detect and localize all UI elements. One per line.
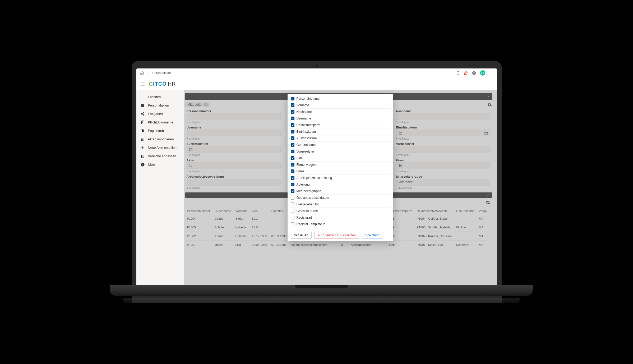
modal-option[interactable]: Vorgesetzter	[290, 148, 391, 155]
svg-rect-37	[142, 140, 143, 141]
modal-option[interactable]: Registerart	[290, 214, 391, 221]
checkbox-icon[interactable]	[291, 97, 294, 100]
apps-icon[interactable]	[455, 70, 460, 76]
svg-rect-38	[144, 140, 144, 141]
modal-option-label: Eintrittsdatum	[297, 130, 316, 133]
modal-option-label: Firma	[297, 169, 305, 173]
sidebar-item-freigaben[interactable]: Freigaben	[136, 110, 184, 118]
modal-option[interactable]: Rechtstreitsperre	[290, 122, 391, 128]
checkbox-icon[interactable]	[291, 117, 294, 120]
modal-option[interactable]: Mitarbeitergruppe	[290, 188, 391, 195]
svg-rect-46	[141, 157, 142, 158]
svg-point-4	[457, 73, 458, 73]
svg-rect-30	[141, 138, 142, 139]
sidebar-item-label: Akten importieren	[148, 137, 174, 141]
modal-option-label: Arbeitsplatzbeschreibung	[297, 176, 332, 180]
modal-option[interactable]: Firmenwagen	[290, 162, 391, 168]
checkbox-icon[interactable]	[291, 169, 294, 173]
svg-rect-45	[141, 156, 142, 156]
checkbox-icon[interactable]	[291, 189, 294, 193]
modal-option-label: Geburtsname	[297, 143, 316, 147]
checkbox-icon[interactable]	[291, 150, 294, 153]
checkbox-icon[interactable]	[291, 156, 294, 160]
checkbox-icon[interactable]	[291, 202, 294, 206]
svg-point-2	[458, 71, 459, 72]
sidebar-item-neue-akte[interactable]: Neue Akte erstellen	[136, 144, 184, 152]
help-icon[interactable]: ?	[472, 70, 477, 76]
checkbox-icon[interactable]	[291, 143, 294, 147]
checkbox-icon[interactable]	[291, 123, 294, 127]
modal-option[interactable]: Aktiv	[290, 155, 391, 162]
checkbox-icon[interactable]	[291, 163, 294, 167]
svg-rect-32	[144, 138, 144, 139]
checkbox-icon[interactable]	[291, 176, 294, 180]
kebab-icon[interactable]	[488, 70, 494, 76]
svg-point-6	[456, 74, 456, 75]
svg-text:?: ?	[473, 72, 475, 75]
modal-option-label: Username	[297, 117, 311, 120]
modal-option-label: Abteilung	[297, 183, 310, 186]
modal-option[interactable]: Register Template Id	[290, 221, 391, 227]
breadcrumb[interactable]: Personalakte	[153, 71, 171, 75]
checkbox-icon[interactable]	[291, 130, 294, 133]
sidebar-item-label: Bereiche anpassen	[148, 154, 176, 158]
checkbox-icon[interactable]	[291, 136, 294, 140]
avatar[interactable]: DS	[480, 70, 485, 76]
modal-option-label: Freigegeben für	[297, 202, 319, 206]
checkbox-icon[interactable]	[291, 222, 294, 226]
modal-option[interactable]: Geplantes Löschdatum	[290, 195, 391, 201]
svg-rect-35	[144, 139, 144, 140]
close-button[interactable]: Schließen	[291, 232, 312, 239]
modal-option[interactable]: Austrittsdatum	[290, 135, 391, 142]
column-picker-modal: PersonalnummerVornameNachnameUsernameRec…	[288, 94, 393, 241]
checkbox-icon[interactable]	[291, 183, 294, 186]
sidebar-item-pflichtdokumente[interactable]: Pflichtdokumente	[136, 118, 184, 127]
svg-point-15	[491, 74, 491, 74]
checkbox-icon[interactable]	[291, 216, 294, 219]
gift-icon[interactable]	[463, 70, 468, 76]
modal-option[interactable]: Gelöscht durch	[290, 208, 391, 214]
svg-point-0	[456, 71, 456, 72]
modal-option-label: Geplantes Löschdatum	[297, 196, 329, 200]
sidebar-item-uber[interactable]: i Über	[136, 160, 184, 169]
home-icon[interactable]	[140, 70, 145, 76]
modal-option-label: Gelöscht durch	[297, 209, 318, 213]
sidebar-item-label: Personalakten	[148, 104, 169, 107]
brand-logo: CITCOHR	[149, 81, 176, 87]
modal-option-label: Personalnummer	[297, 97, 321, 100]
checkbox-icon[interactable]	[291, 110, 294, 114]
sidebar-item-label: Freigaben	[148, 112, 163, 116]
svg-rect-33	[141, 139, 142, 140]
modal-option[interactable]: Personalnummer	[290, 95, 391, 102]
svg-line-25	[142, 113, 143, 114]
svg-rect-34	[142, 139, 143, 140]
modal-option[interactable]: Abteilung	[290, 181, 391, 188]
sidebar-item-personalakten[interactable]: Personalakten	[136, 101, 184, 110]
save-button[interactable]: Speichern	[362, 232, 383, 239]
modal-option-list: PersonalnummerVornameNachnameUsernameRec…	[288, 94, 393, 229]
modal-option[interactable]: Vorname	[290, 102, 391, 109]
modal-option[interactable]: Username	[290, 115, 391, 122]
checkbox-icon[interactable]	[291, 209, 294, 213]
topbar: Personalakte ? DS	[136, 68, 497, 78]
sidebar-item-papierkorb[interactable]: Papierkorb	[136, 127, 184, 135]
modal-option[interactable]: Nachname	[290, 109, 391, 115]
modal-option[interactable]: Eintrittsdatum	[290, 128, 391, 135]
reset-button[interactable]: Auf Standard zurücksetzen	[314, 232, 359, 239]
modal-option[interactable]: Geburtsname	[290, 142, 391, 148]
modal-option[interactable]: Arbeitsplatzbeschreibung	[290, 175, 391, 181]
modal-option-label: Aktiv	[297, 156, 303, 160]
svg-point-7	[457, 74, 458, 75]
sidebar-item-bereiche-anpassen[interactable]: Bereiche anpassen	[136, 152, 184, 160]
modal-option[interactable]: Firma	[290, 168, 391, 175]
sidebar: Facetten Personalakten Freigaben Pflicht…	[136, 90, 184, 285]
svg-point-8	[458, 74, 459, 75]
sidebar-item-akten-importieren[interactable]: Akten importieren	[136, 135, 184, 144]
hamburger-icon[interactable]	[140, 81, 145, 87]
sidebar-item-facetten[interactable]: Facetten	[136, 93, 184, 101]
checkbox-icon[interactable]	[291, 196, 294, 200]
checkbox-icon[interactable]	[291, 103, 294, 107]
svg-point-5	[458, 73, 459, 73]
modal-option[interactable]: Freigegeben für	[290, 201, 391, 208]
modal-option-label: Register Template Id	[297, 222, 326, 226]
